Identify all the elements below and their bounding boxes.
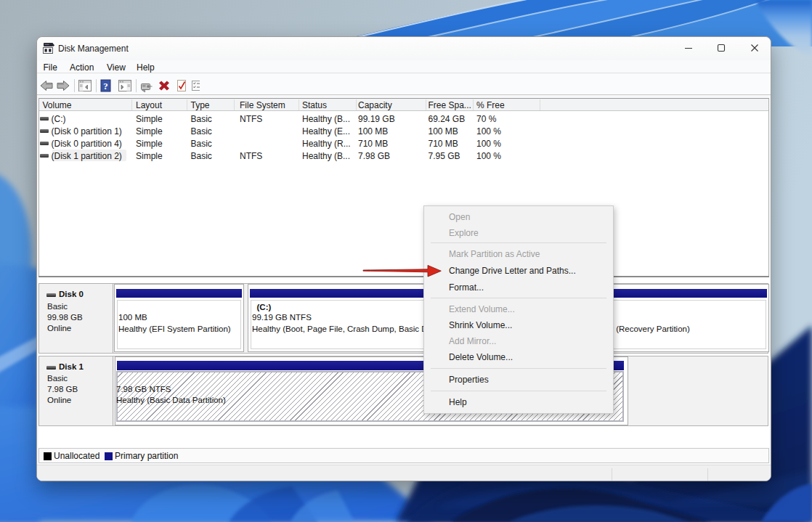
svg-text:?: ?: [103, 81, 108, 91]
